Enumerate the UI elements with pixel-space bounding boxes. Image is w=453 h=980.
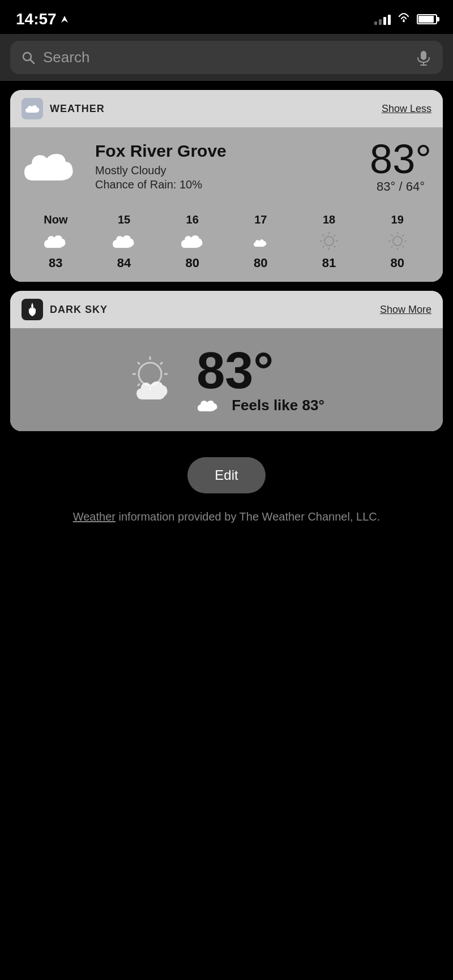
hour-temp: 80 xyxy=(185,256,199,270)
svg-line-30 xyxy=(391,246,392,248)
temp-display: 83° 83° / 64° xyxy=(370,139,431,194)
location-arrow-icon xyxy=(60,15,69,24)
darksky-content: 83° Feels like 83° xyxy=(10,328,443,431)
hour-label: 19 xyxy=(391,213,404,226)
darksky-flame-icon xyxy=(25,302,40,317)
darksky-temp-section: 83° Feels like 83° xyxy=(196,345,324,414)
svg-rect-4 xyxy=(421,51,426,60)
svg-point-14 xyxy=(324,237,334,246)
hour-cloud-icon xyxy=(43,231,68,251)
hour-item-17: 17 80 xyxy=(226,213,295,270)
status-bar: 14:57 xyxy=(0,0,453,34)
svg-line-3 xyxy=(31,59,35,63)
svg-point-1 xyxy=(403,20,405,23)
hour-label: 16 xyxy=(186,213,199,226)
battery-icon xyxy=(417,14,437,24)
hour-temp: 83 xyxy=(49,256,62,270)
status-icons xyxy=(374,12,437,27)
cards-container: WEATHER Show Less Fox River Grove Mostly… xyxy=(0,81,453,440)
hour-label: Now xyxy=(44,213,67,226)
hour-temp: 80 xyxy=(254,256,267,270)
svg-line-37 xyxy=(138,362,140,364)
search-bar[interactable]: Search xyxy=(10,41,443,74)
weather-widget-header: WEATHER Show Less xyxy=(10,90,443,127)
svg-line-13 xyxy=(263,234,264,235)
weather-link[interactable]: Weather xyxy=(73,510,116,523)
edit-button-container: Edit xyxy=(0,440,453,510)
mic-icon[interactable] xyxy=(416,50,431,66)
footer: Weather information provided by The Weat… xyxy=(0,510,453,546)
cloudy-icon xyxy=(22,144,84,189)
svg-line-20 xyxy=(334,235,336,237)
hour-item-18: 18 81 xyxy=(295,213,364,270)
weather-rain: Chance of Rain: 10% xyxy=(95,178,358,191)
svg-marker-0 xyxy=(61,16,68,23)
cloud-small-icon xyxy=(196,396,225,414)
temp-range: 83° / 64° xyxy=(370,179,431,194)
city-name: Fox River Grove xyxy=(95,141,358,161)
search-placeholder: Search xyxy=(43,49,408,66)
darksky-show-more-button[interactable]: Show More xyxy=(380,304,431,316)
search-bar-container: Search xyxy=(0,34,453,81)
current-temp: 83° xyxy=(370,139,431,179)
darksky-weather-icon xyxy=(129,354,185,405)
hour-temp: 84 xyxy=(117,256,131,270)
svg-line-39 xyxy=(138,384,140,386)
footer-text: information provided by The Weather Chan… xyxy=(116,510,380,523)
darksky-widget-header: DARK SKY Show More xyxy=(10,291,443,328)
darksky-header-left: DARK SKY xyxy=(22,299,108,320)
svg-line-38 xyxy=(160,362,163,364)
hour-item-15: 15 84 xyxy=(90,213,159,270)
weather-content: Fox River Grove Mostly Cloudy Chance of … xyxy=(10,127,443,282)
svg-point-23 xyxy=(393,237,402,246)
svg-line-22 xyxy=(334,246,336,248)
hour-sun-icon xyxy=(317,231,341,251)
svg-line-28 xyxy=(391,235,392,237)
weather-widget-card: WEATHER Show Less Fox River Grove Mostly… xyxy=(10,90,443,282)
hour-temp: 81 xyxy=(322,256,336,270)
weather-cloud-icon xyxy=(24,102,40,115)
weather-widget-title: WEATHER xyxy=(50,103,105,115)
hour-cloud-icon xyxy=(180,231,205,251)
search-icon xyxy=(22,51,35,65)
hourly-forecast: Now 83 15 84 16 xyxy=(22,208,431,270)
svg-line-31 xyxy=(402,246,404,248)
weather-show-less-button[interactable]: Show Less xyxy=(382,103,431,115)
hour-temp: 80 xyxy=(390,256,404,270)
svg-line-21 xyxy=(323,246,324,248)
darksky-widget-card: DARK SKY Show More 83° xyxy=(10,291,443,431)
weather-app-icon xyxy=(22,98,43,119)
hour-label: 18 xyxy=(323,213,335,226)
signal-bars-icon xyxy=(374,14,391,25)
darksky-temp: 83° xyxy=(196,345,324,396)
weather-condition: Mostly Cloudy xyxy=(95,164,358,177)
svg-line-19 xyxy=(323,235,324,237)
wifi-icon xyxy=(396,12,411,27)
weather-description: Fox River Grove Mostly Cloudy Chance of … xyxy=(95,141,358,191)
weather-header-left: WEATHER xyxy=(22,98,105,119)
edit-button[interactable]: Edit xyxy=(187,457,265,493)
feels-like-label: Feels like 83° xyxy=(232,397,324,414)
darksky-app-icon xyxy=(22,299,43,320)
hour-sun-icon xyxy=(385,231,410,251)
darksky-feels-like: Feels like 83° xyxy=(196,396,324,414)
hour-partly-cloudy-icon xyxy=(248,231,273,251)
hour-item-now: Now 83 xyxy=(22,213,90,270)
weather-main: Fox River Grove Mostly Cloudy Chance of … xyxy=(22,139,431,194)
hour-label: 17 xyxy=(254,213,267,226)
svg-line-12 xyxy=(254,234,255,235)
svg-line-29 xyxy=(402,235,404,237)
hour-label: 15 xyxy=(118,213,130,226)
status-time: 14:57 xyxy=(16,10,69,28)
darksky-widget-title: DARK SKY xyxy=(50,304,108,316)
hour-item-16: 16 80 xyxy=(158,213,226,270)
hour-item-19: 19 80 xyxy=(363,213,431,270)
hour-cloud-icon xyxy=(112,231,136,251)
